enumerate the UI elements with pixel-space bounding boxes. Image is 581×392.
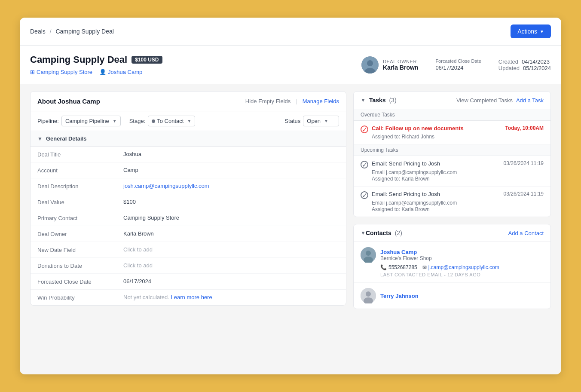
actions-button[interactable]: Actions ▼ (511, 24, 551, 38)
svg-point-7 (366, 291, 371, 297)
task-assigned-upcoming-2: Assigned to: Karla Brown (361, 206, 544, 212)
view-completed-tasks-link[interactable]: View Completed Tasks (456, 97, 513, 104)
deal-owner-value: Karla Brown (123, 230, 339, 237)
tasks-collapse-icon[interactable]: ▼ (361, 97, 366, 103)
right-panel: ▼ Tasks (3) View Completed Tasks Add a T… (353, 91, 551, 309)
contacts-collapse-icon[interactable]: ▼ (361, 230, 366, 236)
contact-link[interactable]: 👤 Joshua Camp (99, 69, 142, 75)
deal-title-value: Joshua (123, 151, 339, 157)
main-container: Deals / Camping Supply Deal Actions ▼ Ca… (20, 18, 561, 374)
task-item-overdue-1: ✓ Call: Follow up on new documents Today… (354, 121, 550, 144)
person-icon: 👤 (99, 69, 106, 75)
forecasted-close-block: Forcasted Close Date 06/17/2024 (435, 58, 481, 71)
new-date-value[interactable]: Click to add (123, 246, 339, 253)
win-probability-value: Not yet calculated. Learn more here (123, 294, 339, 300)
breadcrumb-separator: / (50, 28, 52, 35)
owner-label: Deal Owner (383, 59, 418, 64)
forecasted-close-date-label: Forcasted Close Date (37, 278, 123, 285)
field-row-primary-contact: Primary Contact Camping Supply Store (31, 210, 346, 226)
pipeline-select[interactable]: Camping Pipeline ▼ (61, 116, 121, 126)
contact-company-1: Bernice's Flower Shop (380, 255, 432, 261)
tasks-count: (3) (389, 97, 396, 104)
contact-last-contacted-1: LAST CONTACTED EMAIL - 12 DAYS AGO (361, 272, 544, 277)
task-sub-upcoming-2: Email j.camp@campingsupplyllc.com (361, 200, 544, 206)
deal-description-label: Deal Description (37, 183, 123, 190)
tasks-title: Tasks (3) (369, 97, 453, 104)
tasks-header: ▼ Tasks (3) View Completed Tasks Add a T… (354, 92, 550, 109)
win-probability-label: Win Probability (37, 294, 123, 301)
deal-title-row: Camping Supply Deal $100 USD (30, 54, 162, 65)
donations-value[interactable]: Click to add (123, 262, 339, 269)
created-label: Created (498, 58, 518, 65)
account-value: Camp (123, 167, 339, 173)
learn-more-link[interactable]: Learn more here (171, 294, 212, 300)
general-details-section-header[interactable]: ▼ General Details (31, 131, 346, 147)
field-row-deal-owner: Deal Owner Karla Brown (31, 226, 346, 242)
field-row-forecasted-close: Forcasted Close Date 06/17/2024 (31, 274, 346, 290)
svg-point-4 (366, 251, 371, 256)
task-assigned-upcoming-1: Assigned to: Karla Brown (361, 176, 544, 182)
contact-info-1: Joshua Camp Bernice's Flower Shop (380, 249, 432, 261)
content-area: About Joshua Camp Hide Empty Fields | Ma… (20, 84, 561, 316)
stage-dot-icon (152, 119, 155, 123)
hide-empty-fields-link[interactable]: Hide Empty Fields (245, 98, 290, 104)
contacts-count: (2) (395, 230, 402, 236)
add-task-link[interactable]: Add a Task (516, 97, 544, 104)
field-row-win-probability: Win Probability Not yet calculated. Lear… (31, 290, 346, 305)
field-row-deal-description: Deal Description josh.camp@campingsupply… (31, 178, 346, 194)
general-details-title: General Details (46, 135, 87, 142)
deal-owner-block: Deal Owner Karla Brown (361, 56, 418, 74)
upcoming-tasks-label: Upcoming Tasks (354, 144, 550, 156)
forecasted-close-date-value: 06/17/2024 (123, 278, 339, 285)
left-panel-header: About Joshua Camp Hide Empty Fields | Ma… (31, 92, 346, 111)
task-check-upcoming-1-icon[interactable]: ✓ (361, 161, 368, 168)
left-panel: About Joshua Camp Hide Empty Fields | Ma… (30, 91, 346, 306)
phone-icon: 📞 (380, 264, 387, 270)
contact-name-2[interactable]: Terry Jahnson (380, 293, 419, 299)
owner-name: Karla Brown (383, 64, 418, 71)
page-header: Deals / Camping Supply Deal Actions ▼ (20, 18, 561, 46)
field-row-deal-title: Deal Title Joshua (31, 147, 346, 162)
field-row-account: Account Camp (31, 162, 346, 178)
task-title-overdue: Call: Follow up on new documents (372, 125, 464, 132)
task-check-overdue-icon[interactable]: ✓ (361, 126, 368, 133)
pipeline-section: Pipeline: Camping Pipeline ▼ (37, 116, 121, 126)
contact-item-2: Terry Jahnson (354, 283, 550, 309)
task-title-upcoming-1: Email: Send Pricing to Josh (372, 160, 440, 167)
primary-contact-value: Camping Supply Store (123, 214, 339, 221)
contact-email-1: ✉ j.camp@campingsupplyllc.com (422, 264, 499, 270)
updated-row: Updated 05/12/2024 (498, 65, 551, 71)
updated-label: Updated (498, 65, 520, 71)
task-sub-upcoming-1: Email j.camp@campingsupplyllc.com (361, 169, 544, 175)
task-time-upcoming-1: 03/26/2024 11:19 (504, 160, 544, 166)
add-contact-link[interactable]: Add a Contact (508, 230, 544, 236)
status-select[interactable]: Open ▼ (303, 116, 339, 126)
deal-meta-right: Deal Owner Karla Brown Forcasted Close D… (361, 56, 551, 74)
created-updated-block: Created 04/14/2023 Updated 05/12/2024 (498, 58, 551, 71)
field-row-new-date: New Date Field Click to add (31, 242, 346, 258)
breadcrumb-parent[interactable]: Deals (30, 28, 46, 35)
deal-description-value[interactable]: josh.camp@campingsupplyllc.com (123, 183, 339, 189)
new-date-label: New Date Field (37, 246, 123, 253)
contact-avatar-1 (361, 247, 376, 263)
task-assigned-overdue: Assigned to: Richard Johns (361, 134, 544, 140)
fields-container: Deal Title Joshua Account Camp Deal Desc… (31, 147, 346, 305)
email-icon: ✉ (422, 264, 427, 270)
account-label: Account (37, 167, 123, 174)
contacts-title: Contacts (2) (366, 230, 508, 236)
stage-label: Stage: (129, 118, 146, 124)
pipeline-row: Pipeline: Camping Pipeline ▼ Stage: To C… (31, 111, 346, 131)
manage-fields-link[interactable]: Manage Fields (303, 98, 339, 104)
stage-select[interactable]: To Contact ▼ (148, 116, 195, 126)
contact-item-1: Joshua Camp Bernice's Flower Shop 📞 5552… (354, 242, 550, 283)
field-row-deal-value: Deal Value $100 (31, 194, 346, 210)
task-check-upcoming-2-icon[interactable]: ✓ (361, 191, 368, 199)
pipeline-label: Pipeline: (37, 118, 59, 124)
store-link[interactable]: ⊞ Camping Supply Store (30, 69, 92, 75)
contact-email-link-1[interactable]: j.camp@campingsupplyllc.com (428, 264, 499, 270)
about-title: About Joshua Camp (37, 98, 100, 105)
owner-info: Deal Owner Karla Brown (383, 59, 418, 71)
contact-name-1[interactable]: Joshua Camp (380, 249, 432, 255)
deal-title-section: Camping Supply Deal $100 USD ⊞ Camping S… (30, 54, 162, 75)
contacts-card: ▼ Contacts (2) Add a Contact (353, 224, 551, 309)
